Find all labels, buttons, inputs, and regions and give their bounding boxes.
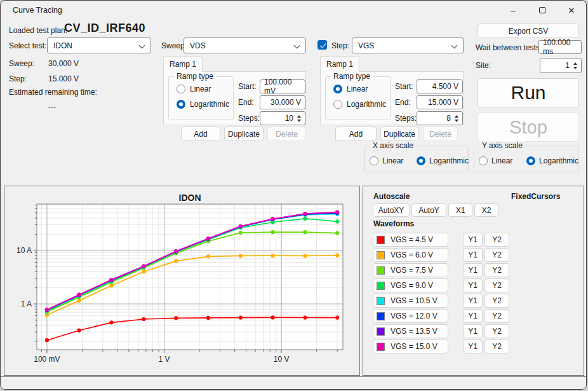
maximize-button[interactable] bbox=[528, 1, 557, 20]
waveform-y1-button[interactable]: Y1 bbox=[463, 309, 483, 323]
waveform-y1-button[interactable]: Y1 bbox=[463, 324, 483, 338]
waveform-label: VGS = 12.0 V bbox=[391, 312, 438, 320]
sweep-combo[interactable]: VDS bbox=[184, 38, 306, 53]
autoscale-title: Autoscale bbox=[373, 192, 410, 201]
waveform-label: VGS = 9.0 V bbox=[391, 281, 433, 290]
waveform-y1-button[interactable]: Y1 bbox=[463, 278, 483, 292]
y-axis-scale-title: Y axis scale bbox=[479, 141, 525, 150]
y-axis-linear-radio[interactable] bbox=[479, 156, 488, 165]
waveform-select-button[interactable]: VGS = 7.5 V bbox=[373, 263, 448, 277]
waveform-y1-button[interactable]: Y1 bbox=[463, 233, 483, 247]
x-axis-logarithmic-radio[interactable] bbox=[417, 156, 425, 165]
waveform-color-swatch bbox=[377, 236, 385, 244]
step-combo[interactable]: VGS bbox=[352, 38, 464, 53]
estimated-time-label: Estimated remaining time: bbox=[9, 88, 97, 97]
step-start-input[interactable]: 4.500 V bbox=[417, 79, 463, 93]
x-axis-linear-radio[interactable] bbox=[370, 156, 378, 165]
sweep-ramp-tab-label: Ramp 1 bbox=[170, 60, 196, 69]
sweep-steps-input[interactable]: 10 bbox=[260, 111, 305, 125]
sweep-end-input[interactable]: 30.000 V bbox=[260, 95, 305, 109]
sweep-steps-spinner[interactable] bbox=[295, 112, 304, 125]
svg-text:100 mV: 100 mV bbox=[34, 355, 60, 364]
waveform-select-button[interactable]: VGS = 10.5 V bbox=[373, 294, 448, 308]
spin-down-icon bbox=[455, 120, 458, 122]
waveform-label: VGS = 10.5 V bbox=[391, 296, 438, 305]
waveform-y2-button[interactable]: Y2 bbox=[484, 248, 509, 262]
site-spinner[interactable] bbox=[571, 58, 580, 72]
step-info-label: Step: bbox=[9, 74, 27, 83]
waveforms-title: Waveforms bbox=[373, 219, 414, 228]
autoxy-button[interactable]: AutoXY bbox=[373, 203, 410, 217]
waveform-y1-button[interactable]: Y1 bbox=[463, 294, 483, 308]
sweep-add-button[interactable]: Add bbox=[181, 127, 220, 141]
waveform-select-button[interactable]: VGS = 9.0 V bbox=[373, 278, 448, 292]
waveform-y2-button[interactable]: Y2 bbox=[484, 340, 509, 353]
sweep-steps-value: 10 bbox=[285, 114, 293, 123]
sweep-combo-value: VDS bbox=[190, 41, 206, 50]
waveform-y1-button[interactable]: Y1 bbox=[463, 248, 483, 262]
sweep-start-input[interactable]: 100.000 mV bbox=[260, 79, 305, 93]
sweep-logarithmic-radio[interactable] bbox=[177, 100, 185, 109]
run-button[interactable]: Run bbox=[478, 78, 579, 107]
step-duplicate-button[interactable]: Duplicate bbox=[380, 127, 418, 141]
y-axis-logarithmic-label: Logarithmic bbox=[539, 156, 578, 165]
step-steps-spinner[interactable] bbox=[452, 112, 461, 125]
idon-chart-svg: 100 mV1 V10 V1 A10 A bbox=[4, 186, 359, 375]
svg-text:1 V: 1 V bbox=[158, 355, 170, 364]
waveform-y2-button[interactable]: Y2 bbox=[484, 294, 509, 308]
waveform-y2-button[interactable]: Y2 bbox=[484, 324, 509, 338]
svg-text:1 A: 1 A bbox=[21, 299, 32, 308]
wait-between-tests-value: 100.000 ms bbox=[543, 38, 577, 56]
loaded-test-plan-value: CV_ID_IRF640 bbox=[64, 22, 145, 35]
waveform-select-button[interactable]: VGS = 13.5 V bbox=[373, 324, 448, 338]
step-ramp-type-groupbox: Ramp type bbox=[325, 76, 391, 120]
loaded-test-plan-label: Loaded test plan: bbox=[9, 26, 67, 35]
y-axis-logarithmic-radio[interactable] bbox=[526, 156, 535, 165]
minimize-button[interactable]: – bbox=[498, 1, 528, 20]
step-logarithmic-radio[interactable] bbox=[333, 100, 342, 109]
waveform-select-button[interactable]: VGS = 15.0 V bbox=[373, 340, 448, 353]
step-ramp-tab[interactable]: Ramp 1 bbox=[320, 56, 359, 72]
site-input[interactable]: 1 bbox=[540, 58, 582, 73]
waveform-y1-button[interactable]: Y1 bbox=[463, 340, 483, 353]
sweep-linear-radio[interactable] bbox=[177, 85, 185, 93]
chevron-down-icon bbox=[139, 43, 145, 49]
waveform-y2-button[interactable]: Y2 bbox=[484, 309, 509, 323]
waveform-y2-button[interactable]: Y2 bbox=[484, 278, 509, 292]
step-add-button[interactable]: Add bbox=[335, 127, 377, 141]
spin-down-icon bbox=[297, 120, 301, 122]
export-csv-button[interactable]: Export CSV bbox=[478, 24, 579, 38]
sweep-duplicate-button[interactable]: Duplicate bbox=[224, 127, 264, 141]
x-axis-logarithmic-label: Logarithmic bbox=[429, 156, 469, 165]
waveform-color-swatch bbox=[377, 327, 385, 336]
wait-between-tests-input[interactable]: 100.000 ms bbox=[538, 40, 582, 54]
x1-button[interactable]: X1 bbox=[448, 203, 472, 217]
waveform-y2-button[interactable]: Y2 bbox=[484, 233, 509, 247]
waveform-select-button[interactable]: VGS = 12.0 V bbox=[373, 309, 448, 323]
x-axis-scale-title: X axis scale bbox=[370, 141, 416, 150]
svg-text:10 V: 10 V bbox=[274, 355, 290, 364]
autoy-button[interactable]: AutoY bbox=[411, 203, 446, 217]
select-test-label: Select test: bbox=[9, 41, 46, 50]
select-test-combo[interactable]: IDON bbox=[47, 38, 151, 53]
step-linear-radio[interactable] bbox=[333, 85, 342, 93]
minimize-icon: – bbox=[511, 6, 515, 15]
x2-button[interactable]: X2 bbox=[474, 203, 498, 217]
waveform-select-button[interactable]: VGS = 6.0 V bbox=[373, 248, 448, 262]
waveform-y2-button[interactable]: Y2 bbox=[484, 263, 509, 277]
waveform-select-button[interactable]: VGS = 4.5 V bbox=[373, 233, 448, 247]
sweep-info-label: Sweep: bbox=[9, 59, 34, 68]
waveform-color-swatch bbox=[377, 282, 385, 290]
title-bar[interactable]: Curve Tracing – ✕ bbox=[1, 1, 586, 20]
step-enable-checkbox[interactable] bbox=[317, 40, 327, 50]
spin-up-icon bbox=[455, 115, 458, 118]
close-button[interactable]: ✕ bbox=[557, 1, 586, 20]
waveform-y1-button[interactable]: Y1 bbox=[463, 263, 483, 277]
chevron-down-icon bbox=[451, 43, 458, 49]
sweep-ramp-tab[interactable]: Ramp 1 bbox=[163, 56, 203, 72]
step-steps-input[interactable]: 8 bbox=[417, 111, 463, 125]
step-linear-label: Linear bbox=[347, 85, 368, 93]
step-end-input[interactable]: 15.000 V bbox=[417, 95, 463, 109]
waveform-label: VGS = 4.5 V bbox=[391, 235, 433, 244]
fixed-cursors-title: FixedCursors bbox=[511, 192, 560, 201]
